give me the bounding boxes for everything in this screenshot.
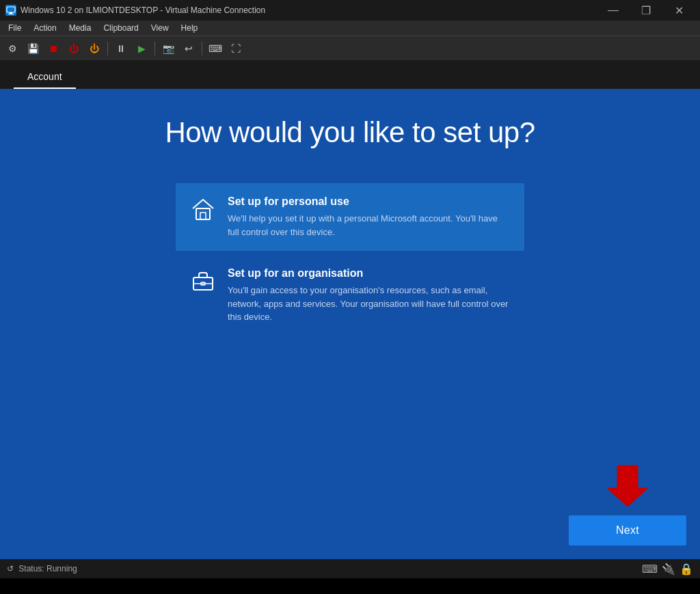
- next-area: Next: [569, 462, 686, 545]
- toolbar-disk-icon[interactable]: 💾: [23, 39, 42, 58]
- lock-icon: 🔒: [679, 563, 693, 576]
- toolbar-power-red-icon[interactable]: ⏻: [64, 39, 83, 58]
- toolbar-ctrl-alt-del-icon[interactable]: ⌨: [206, 39, 225, 58]
- keyboard-icon[interactable]: ⌨: [642, 563, 658, 576]
- minimize-button[interactable]: —: [597, 0, 629, 21]
- titlebar-controls: — ❐ ✕: [597, 0, 695, 21]
- toolbar-stop-icon[interactable]: ⏹: [44, 39, 63, 58]
- menu-media[interactable]: Media: [64, 22, 97, 34]
- toolbar-separator-3: [202, 42, 202, 55]
- usb-icon[interactable]: 🔌: [662, 563, 675, 576]
- toolbar-power-icon[interactable]: ⏻: [85, 39, 104, 58]
- option-organisation-title: Set up for an organisation: [228, 267, 511, 280]
- svg-rect-3: [196, 208, 210, 219]
- maximize-button[interactable]: ❐: [630, 0, 662, 21]
- menu-file[interactable]: File: [3, 22, 27, 34]
- options-container: Set up for personal use We'll help you s…: [176, 183, 524, 336]
- toolbar-separator-2: [154, 42, 155, 55]
- titlebar: Windows 10 2 on ILMIONTDESKTOP - Virtual…: [0, 0, 700, 21]
- window-title: Windows 10 2 on ILMIONTDESKTOP - Virtual…: [21, 5, 265, 15]
- vm-icon: [5, 5, 16, 16]
- svg-rect-4: [200, 213, 206, 219]
- svg-rect-1: [10, 12, 12, 14]
- option-personal[interactable]: Set up for personal use We'll help you s…: [176, 183, 524, 251]
- statusbar-status: ↺ Status: Running: [7, 564, 77, 573]
- svg-rect-0: [7, 7, 15, 12]
- toolbar-snapshot-icon[interactable]: 📷: [159, 39, 178, 58]
- menu-view[interactable]: View: [146, 22, 174, 34]
- menu-action[interactable]: Action: [28, 22, 62, 34]
- toolbar-settings-icon[interactable]: ⚙: [3, 39, 22, 58]
- menubar: File Action Media Clipboard View Help: [0, 21, 700, 36]
- option-organisation-desc: You'll gain access to your organisation'…: [228, 284, 511, 324]
- option-personal-desc: We'll help you set it up with a personal…: [228, 212, 511, 239]
- status-icon: ↺: [7, 564, 14, 573]
- nav-tabs: Account: [0, 60, 700, 89]
- menu-clipboard[interactable]: Clipboard: [98, 22, 144, 34]
- tab-account[interactable]: Account: [14, 66, 76, 89]
- toolbar: ⚙ 💾 ⏹ ⏻ ⏻ ⏸ ▶ 📷 ↩ ⌨ ⛶: [0, 36, 700, 60]
- menu-help[interactable]: Help: [176, 22, 204, 34]
- svg-rect-2: [8, 14, 14, 14]
- toolbar-pause-icon[interactable]: ⏸: [111, 39, 131, 58]
- toolbar-play-icon[interactable]: ▶: [132, 39, 151, 58]
- statusbar: ↺ Status: Running ⌨ 🔌 🔒: [0, 559, 700, 578]
- option-personal-text: Set up for personal use We'll help you s…: [228, 195, 511, 239]
- statusbar-right: ⌨ 🔌 🔒: [642, 563, 693, 576]
- next-button[interactable]: Next: [569, 515, 686, 545]
- toolbar-fullscreen-icon[interactable]: ⛶: [226, 39, 245, 58]
- option-organisation-text: Set up for an organisation You'll gain a…: [228, 267, 511, 324]
- toolbar-revert-icon[interactable]: ↩: [179, 39, 198, 58]
- status-text: Status: Running: [18, 564, 77, 573]
- briefcase-icon: [189, 267, 217, 295]
- toolbar-separator-1: [107, 42, 108, 55]
- close-button[interactable]: ✕: [663, 0, 695, 21]
- svg-marker-8: [607, 465, 648, 507]
- option-organisation[interactable]: Set up for an organisation You'll gain a…: [176, 255, 524, 336]
- down-arrow-icon: [604, 462, 651, 510]
- main-heading: How would you like to set up?: [165, 116, 535, 149]
- titlebar-left: Windows 10 2 on ILMIONTDESKTOP - Virtual…: [5, 5, 265, 16]
- house-icon: [189, 195, 217, 223]
- main-content: How would you like to set up? Set up for…: [0, 89, 700, 559]
- option-personal-title: Set up for personal use: [228, 195, 511, 208]
